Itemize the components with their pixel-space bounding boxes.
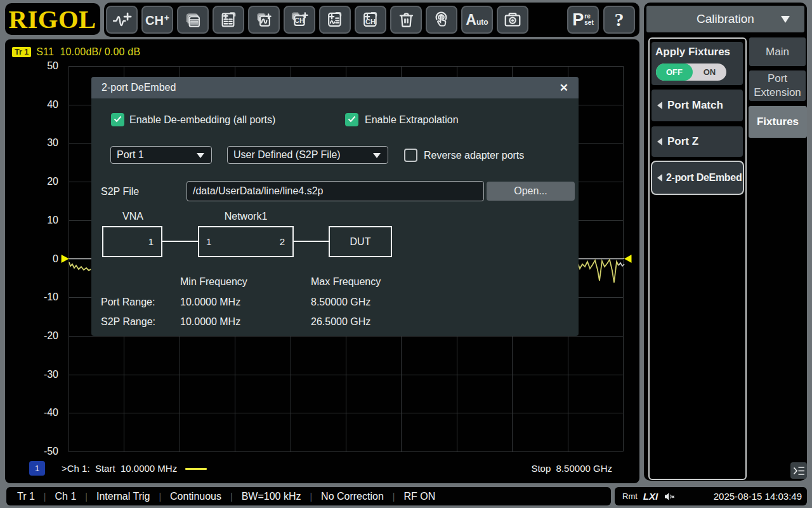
menu-title: Calibration: [697, 12, 754, 26]
add-window-icon: [218, 10, 239, 30]
channel-badge[interactable]: 1: [29, 461, 45, 476]
dropdown-arrow-icon: [197, 153, 204, 158]
svg-text:CH: CH: [365, 18, 376, 25]
apply-fixtures-toggle[interactable]: ON OFF: [656, 64, 726, 81]
dialog-titlebar[interactable]: 2-port DeEmbed ✕: [91, 77, 579, 98]
trace-badge[interactable]: Tr 1: [12, 47, 31, 57]
reverse-adapter-label: Reverse adapter ports: [424, 149, 524, 162]
toolbar: CH+ CH CH Auto Pr: [104, 3, 639, 37]
status-sweep[interactable]: Continuous: [170, 491, 221, 502]
status-correction[interactable]: No Correction: [321, 491, 384, 502]
y-tick-0: 0: [27, 253, 58, 265]
enable-extrapolation-label: Enable Extrapolation: [365, 113, 459, 126]
add-channel-button[interactable]: CH+: [141, 6, 173, 34]
datetime-display: 2025-08-15 14:03:49: [714, 491, 802, 502]
svg-text:CH: CH: [294, 17, 304, 24]
dialog-title: 2-port DeEmbed: [102, 82, 176, 93]
vna-screen: RIGOL CH+ CH CH: [0, 0, 812, 508]
y-tick-n50: -50: [27, 445, 58, 458]
s2p-file-path: /data/UserData/line/line4.s2p: [193, 185, 323, 197]
menu-collapse-icon: [793, 466, 805, 476]
lxi-indicator: LXI: [643, 491, 658, 502]
y-tick-30: 30: [27, 137, 58, 149]
screenshot-button[interactable]: [497, 6, 528, 34]
connector-line: [294, 241, 329, 242]
checkmark-icon: [348, 116, 356, 123]
port-match-button[interactable]: Port Match: [652, 90, 743, 121]
s2p-range-label: S2P Range:: [101, 316, 155, 328]
add-trace-button[interactable]: [106, 6, 138, 34]
new-channel-window-icon: CH: [289, 10, 310, 30]
dialog-close-button[interactable]: ✕: [560, 81, 568, 95]
dut-box: DUT: [329, 226, 392, 257]
s2p-file-label: S2P File: [101, 185, 139, 198]
status-bar-left: Tr 1| Ch 1| Internal Trig| Continuous| B…: [6, 487, 611, 505]
status-bar-right: Rmt LXI 2025-08-15 14:03:49: [615, 487, 807, 505]
open-file-button[interactable]: Open...: [487, 182, 575, 201]
touch-icon: [431, 10, 452, 30]
s2p-file-input[interactable]: /data/UserData/line/line4.s2p: [187, 181, 484, 201]
connector-line: [162, 241, 198, 242]
reverse-adapter-checkbox[interactable]: [404, 149, 417, 162]
help-icon: ?: [615, 9, 624, 30]
remote-indicator: Rmt: [622, 491, 638, 501]
channel-trace-color-key: [185, 468, 207, 470]
auto-button[interactable]: Auto: [461, 6, 493, 34]
camera-icon: [502, 10, 523, 30]
preset-icon: Preset: [572, 11, 593, 29]
touch-button[interactable]: [426, 6, 457, 34]
port-select[interactable]: Port 1: [110, 146, 212, 164]
status-bandwidth[interactable]: BW=100 kHz: [242, 491, 301, 502]
auto-icon: Auto: [466, 11, 488, 29]
help-button[interactable]: ?: [603, 6, 635, 34]
window-layout-button[interactable]: [177, 6, 209, 34]
preset-button[interactable]: Preset: [567, 6, 599, 34]
checkmark-icon: [114, 116, 122, 123]
new-channel-window-button[interactable]: CH: [284, 6, 315, 34]
menu-dropdown-arrow-icon: [781, 16, 790, 23]
apply-fixtures-tile: Apply Fixtures ON OFF: [652, 42, 743, 85]
trace-segment-right: [573, 260, 619, 283]
trace-label[interactable]: Tr 1 S11 10.00dB/ 0.00 dB: [12, 46, 140, 58]
port-z-button[interactable]: Port Z: [652, 126, 743, 157]
status-channel[interactable]: Ch 1: [55, 491, 77, 502]
network-box: 1 2: [198, 226, 294, 257]
tab-main[interactable]: Main: [749, 37, 806, 66]
trash-icon: [396, 10, 416, 30]
menu-title-dropdown[interactable]: Calibration: [646, 6, 804, 32]
dut-label: DUT: [350, 236, 371, 248]
vna-box: 1: [102, 226, 162, 257]
y-tick-n40: -40: [27, 406, 58, 419]
submenu-left-arrow-icon: [657, 102, 662, 109]
preset-channel-icon: CH: [360, 10, 381, 30]
status-rf[interactable]: RF ON: [403, 491, 435, 502]
logo-panel: RIGOL: [5, 3, 100, 35]
enable-deembedding-checkbox[interactable]: [111, 113, 124, 126]
window-layout-icon: [183, 10, 203, 30]
network-type-select[interactable]: User Defined (S2P File): [227, 146, 388, 164]
vna-box-label: VNA: [103, 211, 163, 222]
preset-trace-button[interactable]: [319, 6, 351, 34]
s2p-range-max: 26.5000 GHz: [311, 316, 370, 328]
add-window-button[interactable]: [213, 6, 244, 34]
submenu-left-arrow-icon: [657, 174, 662, 182]
delete-button[interactable]: [390, 6, 422, 34]
status-trigger[interactable]: Internal Trig: [96, 491, 150, 502]
add-channel-icon: CH+: [145, 13, 169, 27]
status-trace[interactable]: Tr 1: [17, 491, 35, 502]
tab-fixtures[interactable]: Fixtures: [749, 106, 807, 138]
speaker-muted-icon[interactable]: [664, 492, 675, 501]
network-type-value: User Defined (S2P File): [233, 149, 341, 161]
deembed-button-selected[interactable]: 2-port DeEmbed: [651, 161, 744, 195]
preset-channel-button[interactable]: CH: [355, 6, 386, 34]
new-trace-window-icon: [254, 10, 274, 30]
new-trace-window-button[interactable]: [248, 6, 280, 34]
menu-collapse-button[interactable]: [790, 462, 807, 479]
enable-extrapolation-checkbox[interactable]: [345, 113, 358, 126]
max-frequency-header: Max Frequency: [311, 276, 381, 288]
y-tick-40: 40: [27, 98, 58, 111]
enable-deembedding-label: Enable De-embedding (all ports): [129, 113, 275, 126]
network-port2-number: 2: [280, 236, 285, 247]
toggle-off-label: OFF: [656, 64, 693, 81]
tab-port-extension[interactable]: Port Extension: [749, 70, 806, 101]
